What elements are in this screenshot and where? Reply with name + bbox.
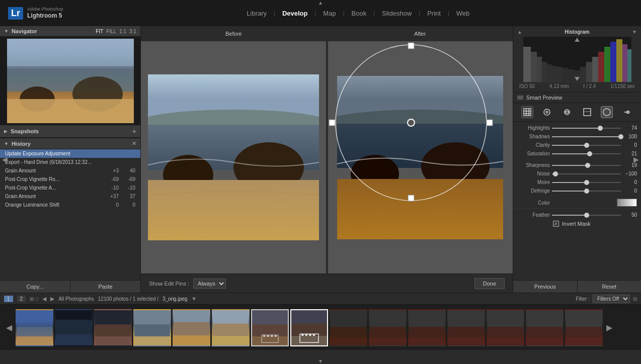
history-clear-button[interactable]: ✕ — [132, 140, 136, 147]
filmstrip-left-arrow[interactable]: ◀ — [4, 323, 14, 332]
moire-thumb[interactable] — [584, 180, 589, 185]
fit-btn[interactable]: FIT — [96, 29, 103, 34]
red-eye-tool[interactable] — [561, 106, 573, 118]
next-photo-arrow[interactable]: ▶ — [50, 296, 54, 302]
moire-slider[interactable] — [552, 181, 621, 184]
history-item[interactable]: Grain Amount +3 40 — [0, 166, 140, 175]
clarity-thumb[interactable] — [584, 143, 589, 148]
done-button[interactable]: Done — [474, 278, 505, 289]
film-thumb-7[interactable] — [251, 309, 289, 346]
film-thumb-9[interactable] — [330, 309, 367, 346]
loupe-view-icon[interactable]: □ — [35, 296, 38, 302]
film-thumb-8-active[interactable] — [290, 309, 328, 346]
nav-web[interactable]: Web — [449, 8, 477, 19]
film-thumb-13[interactable] — [487, 309, 524, 346]
paste-button[interactable]: Paste — [70, 281, 140, 293]
radial-filter-tool[interactable] — [601, 106, 613, 118]
saturation-slider[interactable] — [552, 153, 621, 155]
svg-rect-38 — [604, 47, 610, 82]
nav-slideshow[interactable]: Slideshow — [375, 8, 419, 19]
sharpness-slider[interactable] — [552, 164, 621, 166]
defringe-thumb[interactable] — [584, 189, 589, 194]
saturation-label: Saturation — [517, 151, 550, 156]
noise-slider[interactable] — [552, 173, 621, 175]
edit-pins-select[interactable]: Always — [193, 279, 226, 289]
svg-rect-42 — [627, 49, 631, 82]
nav-book[interactable]: Book — [345, 8, 374, 19]
filename[interactable]: 3_orig.jpeg — [163, 296, 187, 302]
shadows-thumb[interactable] — [618, 134, 623, 139]
history-item-name: Post-Crop Vignette Ro... — [5, 176, 104, 182]
film-thumb-10[interactable] — [369, 309, 407, 346]
spot-removal-tool[interactable] — [541, 106, 553, 118]
saturation-fill — [552, 153, 590, 154]
snapshots-header[interactable]: ▶ Snapshots + — [0, 125, 140, 138]
adjustment-brush-tool[interactable] — [621, 106, 633, 118]
film-thumb-2[interactable] — [55, 309, 93, 346]
view-mode-2[interactable]: 2 — [17, 296, 26, 302]
history-item[interactable]: Orange Luminance Shift 0 0 — [0, 201, 140, 209]
after-image-area[interactable] — [328, 41, 513, 274]
film-thumb-14[interactable] — [526, 309, 564, 346]
invert-mask-checkbox[interactable] — [553, 221, 559, 227]
film-thumb-5[interactable] — [173, 309, 210, 346]
grid-view-icon[interactable]: ⊞ — [30, 296, 34, 302]
feather-slider[interactable] — [552, 214, 621, 216]
history-item[interactable]: Grain Amount +37 37 — [0, 192, 140, 201]
graduated-filter-tool[interactable] — [581, 106, 593, 118]
defringe-slider[interactable] — [552, 190, 621, 192]
highlights-thumb[interactable] — [598, 126, 603, 131]
filmstrip-toggle[interactable]: ⊟ — [633, 296, 637, 302]
nav-print[interactable]: Print — [420, 8, 448, 19]
3-1-btn[interactable]: 3:1 — [129, 29, 136, 34]
left-panel-toggle[interactable]: ◀ — [0, 153, 10, 165]
color-swatch[interactable] — [617, 199, 637, 207]
film-thumb-1[interactable] — [16, 309, 53, 346]
fill-btn[interactable]: FILL — [106, 29, 116, 34]
history-item[interactable]: Update Exposure Adjustment — [0, 149, 140, 158]
photo-count: 12100 photos / 1 selected / — [98, 296, 158, 302]
film-thumb-12[interactable] — [447, 309, 485, 346]
film-thumb-4[interactable] — [133, 309, 171, 346]
film-thumb-3[interactable] — [94, 309, 132, 346]
history-item[interactable]: Post-Crop Vignette Ro... -69 -69 — [0, 175, 140, 184]
view-mode-1[interactable]: 1 — [4, 296, 13, 302]
prev-photo-arrow[interactable]: ◀ — [42, 296, 46, 302]
filename-dropdown[interactable]: ▼ — [191, 296, 197, 302]
filmstrip-right-arrow[interactable]: ▶ — [604, 323, 614, 332]
film-thumb-15[interactable] — [565, 309, 603, 346]
noise-thumb[interactable] — [553, 171, 558, 176]
svg-rect-96 — [370, 327, 406, 337]
filter-select[interactable]: Filters Off — [593, 295, 630, 303]
1-1-btn[interactable]: 1:1 — [119, 29, 126, 34]
nav-develop[interactable]: Develop — [275, 8, 315, 19]
history-item-name: Post-Crop Vignette A... — [5, 185, 104, 191]
feather-thumb[interactable] — [584, 213, 589, 218]
history-header[interactable]: ▼ History ✕ — [0, 138, 140, 149]
bottom-panel-toggle[interactable]: ▼ — [318, 358, 323, 364]
sharpness-thumb[interactable] — [585, 163, 590, 168]
saturation-thumb[interactable] — [587, 151, 592, 156]
shadows-slider[interactable] — [552, 136, 621, 138]
history-panel: ▼ History ✕ Update Exposure Adjustment E… — [0, 138, 140, 280]
history-item-val2: 37 — [123, 194, 135, 199]
film-thumb-11[interactable] — [408, 309, 446, 346]
history-item[interactable]: Post-Crop Vignette A... -10 -10 — [0, 184, 140, 192]
nav-map[interactable]: Map — [316, 8, 343, 19]
crop-overlay-tool[interactable] — [521, 106, 533, 118]
snapshots-add-button[interactable]: + — [132, 127, 136, 135]
histogram-dropdown[interactable]: ▼ — [632, 29, 637, 35]
previous-button[interactable]: Previous — [513, 281, 578, 293]
moire-value: 0 — [623, 179, 637, 185]
top-panel-toggle[interactable]: ▲ — [318, 0, 323, 6]
highlights-slider[interactable] — [552, 127, 621, 129]
nav-library[interactable]: Library — [239, 8, 274, 19]
clarity-label: Clarity — [517, 142, 550, 148]
right-panel-toggle[interactable]: ▶ — [631, 153, 641, 165]
history-item[interactable]: Export - Hard Drive (6/18/2013 12:32... — [0, 158, 140, 166]
film-thumb-6[interactable] — [212, 309, 250, 346]
navigator-header[interactable]: ▼ Navigator FIT FILL 1:1 3:1 — [0, 26, 140, 37]
copy-button[interactable]: Copy... — [0, 281, 70, 293]
reset-button[interactable]: Reset — [578, 281, 642, 293]
clarity-slider[interactable] — [552, 144, 621, 146]
